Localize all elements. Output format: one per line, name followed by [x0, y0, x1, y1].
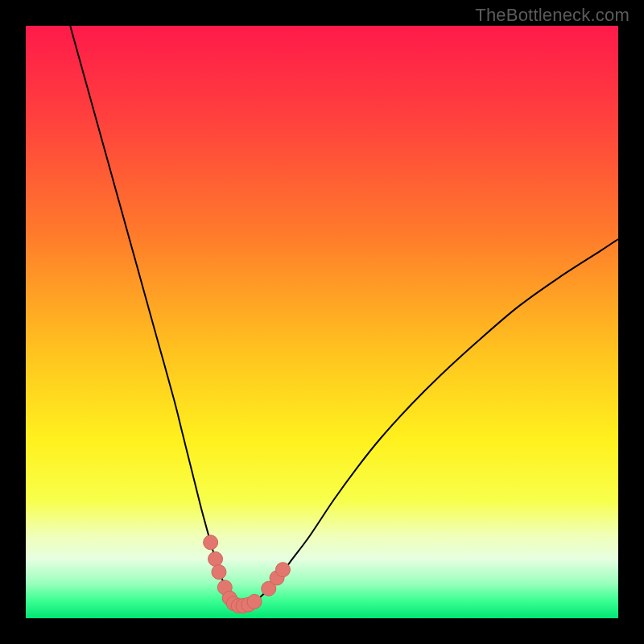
plot-area — [26, 26, 618, 618]
data-point — [212, 565, 226, 580]
watermark-text: TheBottleneck.com — [475, 5, 630, 26]
chart-frame: TheBottleneck.com — [0, 0, 644, 644]
data-point — [208, 551, 223, 566]
data-point — [247, 594, 262, 609]
data-point — [204, 535, 218, 550]
data-point — [275, 563, 290, 577]
bottleneck-chart — [26, 26, 618, 618]
gradient-background — [26, 26, 618, 618]
